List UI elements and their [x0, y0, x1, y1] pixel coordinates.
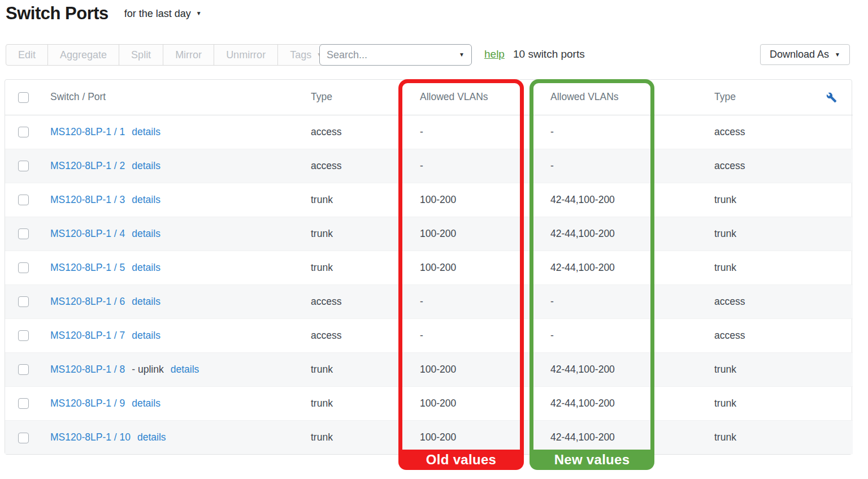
port-link[interactable]: MS120-8LP-1 / 3	[50, 194, 125, 205]
time-filter-label: for the last day	[124, 8, 191, 20]
type-new-cell: access	[666, 149, 808, 183]
wrench-icon[interactable]	[826, 92, 837, 103]
old-values-frame	[398, 79, 524, 450]
edit-button-label: Edit	[18, 49, 36, 61]
port-link[interactable]: MS120-8LP-1 / 5	[50, 262, 125, 273]
row-checkbox[interactable]	[18, 127, 29, 137]
type-new-cell: trunk	[666, 217, 808, 251]
download-as-button[interactable]: Download As ▼	[760, 44, 850, 65]
mirror-button[interactable]: Mirror	[163, 44, 214, 66]
old-values-label: Old values	[398, 450, 524, 470]
details-link[interactable]: details	[132, 398, 160, 409]
split-button[interactable]: Split	[119, 44, 163, 66]
row-checkbox[interactable]	[18, 364, 29, 375]
caret-down-icon: ▼	[196, 11, 202, 16]
time-filter-dropdown[interactable]: for the last day ▼	[124, 8, 202, 20]
type-old-cell: access	[300, 318, 401, 352]
type-new-cell: trunk	[666, 352, 808, 386]
row-checkbox[interactable]	[18, 398, 29, 409]
select-all-checkbox[interactable]	[18, 92, 29, 103]
row-checkbox[interactable]	[18, 228, 29, 239]
port-link[interactable]: MS120-8LP-1 / 8	[50, 364, 125, 375]
type-new-cell: access	[666, 115, 808, 149]
type-old-cell: trunk	[300, 217, 401, 251]
switch-port-count: 10 switch ports	[513, 48, 585, 61]
type-new-cell: trunk	[666, 420, 808, 454]
page-title: Switch Ports	[6, 3, 108, 24]
type-new-cell: trunk	[666, 386, 808, 420]
old-values-annotation: Old values	[398, 79, 524, 470]
search-input[interactable]: ▼	[319, 44, 472, 66]
row-checkbox[interactable]	[18, 330, 29, 341]
details-link[interactable]: details	[132, 296, 160, 307]
port-suffix: - uplink	[132, 364, 163, 375]
port-link[interactable]: MS120-8LP-1 / 1	[50, 126, 125, 137]
type-old-cell: trunk	[300, 183, 401, 217]
row-checkbox[interactable]	[18, 195, 29, 205]
type-new-cell: trunk	[666, 251, 808, 284]
row-checkbox[interactable]	[18, 161, 29, 171]
header-switch-port[interactable]: Switch / Port	[41, 80, 300, 115]
details-link[interactable]: details	[132, 228, 160, 239]
mirror-button-label: Mirror	[175, 49, 202, 61]
help-link[interactable]: help	[484, 48, 505, 61]
type-old-cell: access	[300, 149, 401, 183]
details-link[interactable]: details	[132, 160, 160, 171]
unmirror-button[interactable]: Unmirror	[214, 44, 278, 66]
type-old-cell: access	[300, 115, 401, 149]
details-link[interactable]: details	[137, 431, 166, 443]
row-checkbox[interactable]	[18, 296, 29, 307]
header-type-new[interactable]: Type	[666, 80, 808, 115]
aggregate-button-label: Aggregate	[60, 49, 107, 61]
port-link[interactable]: MS120-8LP-1 / 10	[50, 431, 131, 443]
tags-button-label: Tags	[290, 49, 311, 61]
caret-down-icon: ▼	[835, 52, 840, 58]
type-old-cell: trunk	[300, 386, 401, 420]
row-checkbox[interactable]	[18, 262, 29, 273]
aggregate-button[interactable]: Aggregate	[47, 44, 119, 66]
type-new-cell: access	[666, 318, 808, 352]
details-link[interactable]: details	[132, 262, 160, 273]
unmirror-button-label: Unmirror	[226, 49, 266, 61]
type-old-cell: trunk	[300, 352, 401, 386]
port-actions-toolbar: Edit Aggregate Split Mirror Unmirror Tag…	[6, 44, 335, 66]
new-values-label: New values	[530, 450, 654, 470]
details-link[interactable]: details	[132, 194, 160, 205]
port-link[interactable]: MS120-8LP-1 / 6	[50, 296, 125, 307]
row-checkbox[interactable]	[18, 433, 29, 443]
details-link[interactable]: details	[171, 364, 199, 375]
type-new-cell: access	[666, 284, 808, 318]
port-link[interactable]: MS120-8LP-1 / 7	[50, 330, 125, 341]
port-link[interactable]: MS120-8LP-1 / 2	[50, 160, 125, 171]
download-as-label: Download As	[770, 49, 829, 61]
new-values-frame	[530, 79, 654, 450]
header-type-old[interactable]: Type	[300, 80, 401, 115]
port-link[interactable]: MS120-8LP-1 / 4	[50, 228, 125, 239]
new-values-annotation: New values	[530, 79, 654, 470]
details-link[interactable]: details	[132, 126, 160, 137]
edit-button[interactable]: Edit	[6, 44, 48, 66]
split-button-label: Split	[131, 49, 151, 61]
type-new-cell: trunk	[666, 183, 808, 217]
type-old-cell: access	[300, 284, 401, 318]
port-link[interactable]: MS120-8LP-1 / 9	[50, 398, 125, 409]
page-header: Switch Ports for the last day ▼	[6, 3, 202, 24]
details-link[interactable]: details	[132, 330, 160, 341]
search-dropdown-caret-icon[interactable]: ▼	[459, 52, 465, 58]
search-input-field[interactable]	[327, 49, 459, 61]
type-old-cell: trunk	[300, 420, 401, 454]
type-old-cell: trunk	[300, 251, 401, 284]
